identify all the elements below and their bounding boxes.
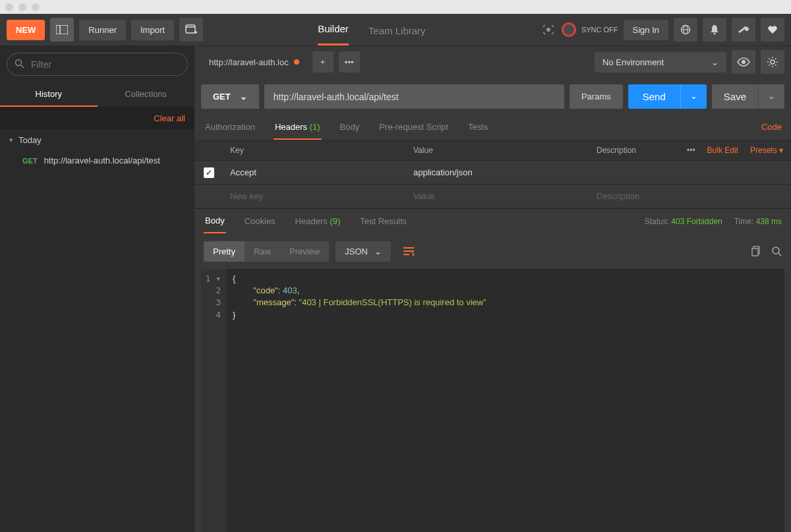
add-tab-button[interactable]: ＋	[312, 51, 334, 73]
wrench-icon	[738, 25, 749, 34]
svg-point-20	[773, 247, 779, 254]
status-value: 403 Forbidden	[671, 217, 722, 226]
top-toolbar: NEW Runner Import Builder Team Library S…	[0, 14, 791, 46]
capture-icon[interactable]	[541, 22, 556, 38]
header-row-empty[interactable]: New key Value Description	[194, 185, 791, 208]
sidebar-tab-history[interactable]: History	[0, 82, 98, 107]
save-dropdown[interactable]: ⌄	[758, 84, 784, 109]
traffic-close-icon[interactable]	[5, 3, 13, 11]
search-icon	[15, 59, 24, 69]
history-url: http://laravel-auth.local/api/test	[44, 156, 160, 165]
view-pretty[interactable]: Pretty	[204, 241, 245, 262]
history-item[interactable]: GET http://laravel-auth.local/api/test	[0, 150, 194, 171]
runner-button[interactable]: Runner	[79, 20, 126, 40]
svg-point-10	[714, 33, 716, 35]
svg-point-6	[546, 28, 550, 32]
bell-icon	[710, 24, 719, 35]
history-method-badge: GET	[22, 157, 38, 165]
header-value-cell[interactable]: application/json	[407, 161, 590, 184]
header-checkbox[interactable]: ✓	[204, 167, 214, 178]
chevron-down-icon: ⌄	[690, 91, 697, 101]
view-raw[interactable]: Raw	[245, 241, 280, 262]
traffic-max-icon[interactable]	[32, 3, 40, 11]
filter-input[interactable]	[7, 53, 188, 76]
view-preview[interactable]: Preview	[280, 241, 329, 262]
header-value-input[interactable]: Value	[407, 185, 590, 208]
environment-select[interactable]: No Environment ⌄	[595, 52, 726, 73]
chevron-down-icon: ⌄	[711, 57, 718, 67]
col-header-value: Value	[407, 140, 590, 160]
history-group-today[interactable]: ▾ Today	[0, 130, 194, 150]
sync-label: SYNC OFF	[581, 26, 618, 34]
header-desc-cell[interactable]	[590, 161, 791, 184]
search-response-button[interactable]	[771, 246, 782, 256]
eye-icon	[737, 57, 750, 67]
resp-tab-body[interactable]: Body	[204, 209, 226, 233]
tab-builder[interactable]: Builder	[318, 23, 349, 45]
notifications-button[interactable]	[703, 18, 726, 42]
status-label: Status:	[645, 217, 669, 226]
subtab-headers[interactable]: Headers (1)	[274, 115, 322, 140]
request-tab[interactable]: http://laravel-auth.loc	[201, 53, 307, 71]
tab-options-button[interactable]: •••	[339, 51, 360, 73]
tab-team-library[interactable]: Team Library	[368, 25, 426, 45]
svg-point-11	[16, 60, 22, 66]
resp-tab-cookies[interactable]: Cookies	[243, 210, 277, 233]
header-row[interactable]: ✓ Accept application/json	[194, 161, 791, 185]
toggle-sidebar-button[interactable]	[50, 18, 74, 42]
url-input[interactable]	[264, 84, 564, 109]
method-select[interactable]: GET ⌄	[201, 84, 259, 109]
new-button[interactable]: NEW	[7, 20, 45, 40]
svg-line-12	[21, 65, 24, 68]
send-dropdown[interactable]: ⌄	[680, 84, 707, 109]
header-desc-input[interactable]: Description	[590, 185, 791, 208]
params-button[interactable]: Params	[570, 84, 623, 109]
import-button[interactable]: Import	[131, 20, 174, 40]
line-gutter: 1 ▾234	[201, 269, 226, 532]
resp-tab-tests[interactable]: Test Results	[359, 210, 408, 233]
env-preview-button[interactable]	[732, 50, 755, 74]
settings-button[interactable]	[732, 18, 755, 42]
subtab-tests[interactable]: Tests	[467, 115, 489, 140]
presets-dropdown[interactable]: Presets ▾	[750, 146, 783, 155]
more-options-button[interactable]: •••	[687, 146, 695, 155]
subtab-body[interactable]: Body	[339, 115, 361, 140]
svg-rect-19	[752, 249, 758, 256]
globe-icon	[680, 24, 691, 35]
traffic-min-icon[interactable]	[18, 3, 26, 11]
col-header-key: Key	[223, 140, 407, 160]
subtab-authorization[interactable]: Authorization	[204, 115, 256, 140]
new-window-button[interactable]	[179, 18, 203, 42]
history-group-label: Today	[18, 135, 42, 145]
subtab-prerequest[interactable]: Pre-request Script	[378, 115, 450, 140]
main-content: http://laravel-auth.loc ＋ ••• No Environ…	[194, 46, 791, 532]
send-button[interactable]: Send	[628, 84, 680, 109]
sync-status[interactable]: SYNC OFF	[562, 22, 618, 37]
clear-all-link[interactable]: Clear all	[0, 107, 194, 130]
response-body[interactable]: 1 ▾234 { "code": 403, "message": "403 | …	[201, 269, 784, 532]
copy-button[interactable]	[751, 246, 762, 256]
chevron-down-icon: ▾	[9, 136, 13, 144]
sidebar-tab-collections[interactable]: Collections	[98, 82, 195, 107]
wrap-lines-button[interactable]	[397, 240, 420, 262]
globe-button[interactable]	[674, 18, 697, 42]
heart-button[interactable]	[761, 18, 784, 42]
code-link[interactable]: Code	[761, 122, 782, 132]
svg-line-21	[778, 253, 781, 256]
unsaved-dot-icon	[294, 59, 299, 65]
header-key-input[interactable]: New key	[223, 185, 407, 208]
col-header-desc: Description	[590, 140, 679, 160]
chevron-down-icon: ⌄	[768, 91, 775, 101]
header-key-cell[interactable]: Accept	[223, 161, 407, 184]
svg-point-13	[742, 60, 746, 64]
save-button[interactable]: Save	[712, 84, 758, 109]
copy-icon	[751, 246, 762, 256]
request-tab-title: http://laravel-auth.loc	[209, 57, 289, 67]
bulk-edit-link[interactable]: Bulk Edit	[707, 146, 738, 155]
sidebar: History Collections Clear all ▾ Today GE…	[0, 46, 194, 532]
sign-in-button[interactable]: Sign In	[624, 20, 668, 40]
format-select[interactable]: JSON ⌄	[336, 241, 391, 262]
env-settings-button[interactable]	[761, 50, 784, 74]
svg-rect-0	[56, 25, 68, 34]
resp-tab-headers[interactable]: Headers (9)	[294, 210, 342, 233]
